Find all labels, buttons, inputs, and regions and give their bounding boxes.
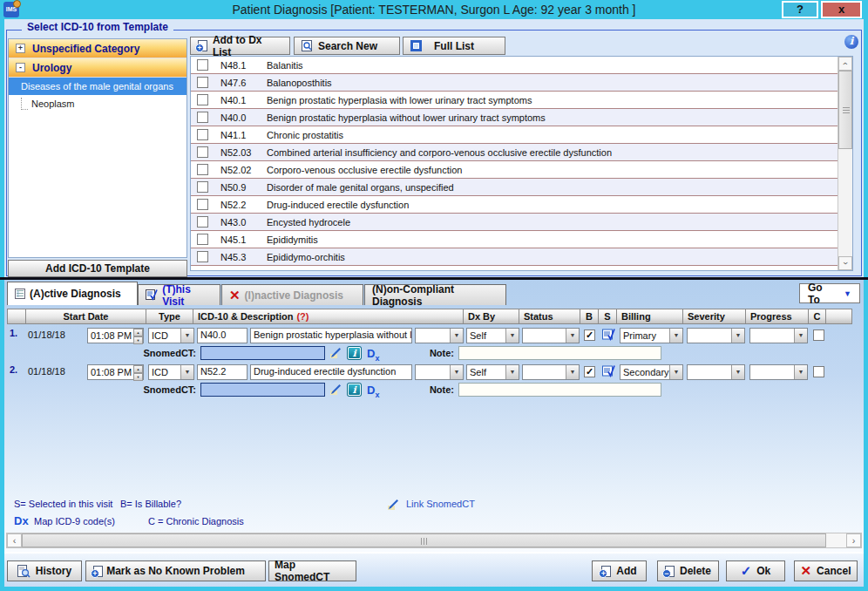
billing-select[interactable]: Primary▼ [620,328,683,343]
selected-form-icon[interactable] [602,328,615,341]
icd-checkbox[interactable] [197,251,208,262]
billable-checkbox[interactable] [584,329,595,341]
selected-form-icon[interactable] [602,364,615,377]
close-button[interactable]: x [821,1,862,18]
scroll-right-icon[interactable]: › [846,533,861,547]
dx-by-select[interactable]: Self▼ [466,328,519,343]
list-vertical-scrollbar[interactable]: › › [837,57,852,270]
icd-description-input[interactable]: Drug-induced erectile dysfunction [250,364,412,380]
expand-plus-icon[interactable]: + [16,44,25,53]
scrollbar-thumb[interactable] [22,533,826,547]
icd-sub-select[interactable]: ▼ [415,364,464,380]
col-billable[interactable]: B [580,309,599,324]
tab-inactive-diagnosis[interactable]: ✕ (I)nactive Diagnosis [221,284,363,305]
status-select[interactable]: ▼ [522,364,580,380]
icd-list-row[interactable]: N50.9Disorder of male genital organs, un… [191,179,837,196]
progress-select[interactable]: ▼ [749,328,808,343]
link-pencil-icon[interactable] [330,384,342,395]
col-dx-by[interactable]: Dx By [464,309,519,324]
snomed-info-icon[interactable]: i [348,384,361,396]
type-select[interactable]: ICD▼ [148,364,194,380]
help-button[interactable]: ? [782,1,818,18]
col-type[interactable]: Type [146,309,193,324]
start-date-value[interactable]: 01/18/18 [28,366,65,377]
col-selected[interactable]: S [599,309,617,324]
time-spinner[interactable]: 01:08 PM ▲▼ [87,328,144,343]
cancel-button[interactable]: ✕ Cancel [794,560,858,581]
tree-item-male-genital-organs[interactable]: Diseases of the male genital organs [9,78,186,95]
icd-list-row[interactable]: N52.03Combined arterial insufficiency an… [191,144,837,161]
icd-code-input[interactable]: N40.0 [197,328,248,343]
progress-select[interactable]: ▼ [749,364,808,380]
tree-category-unspecified[interactable]: + Unspecified Category [9,39,186,58]
scroll-left-icon[interactable]: ‹ [7,533,22,547]
col-chronic[interactable]: C [809,309,826,324]
horizontal-scrollbar[interactable]: ‹ › [6,533,862,548]
spinner-arrows-icon[interactable]: ▲▼ [133,329,143,343]
billable-checkbox[interactable] [584,366,595,377]
icd-list-row[interactable]: N52.2Drug-induced erectile dysfunction [191,196,837,214]
mark-no-known-problem-button[interactable]: + Mark as No Known Problem [85,560,266,581]
map-icd9-dx-icon[interactable]: Dx [367,347,379,363]
full-list-button[interactable]: Full List [403,37,505,55]
tab-this-visit[interactable]: (T)his Visit [138,284,220,305]
col-start-date[interactable]: Start Date [26,309,146,324]
severity-select[interactable]: ▼ [687,364,745,380]
tab-active-diagnosis[interactable]: (A)ctive Diagnosis [7,282,138,305]
icd-checkbox[interactable] [197,234,208,245]
icd-checkbox[interactable] [197,94,208,105]
col-billing[interactable]: Billing [617,309,683,324]
status-select[interactable]: ▼ [522,328,580,343]
collapse-minus-icon[interactable]: - [16,63,25,72]
icd-checkbox[interactable] [197,164,208,175]
icd-checkbox[interactable] [197,146,208,158]
link-pencil-icon[interactable] [330,348,342,358]
icd-sub-select[interactable]: ▼ [415,328,464,343]
icd-checkbox[interactable] [197,59,208,71]
add-icd10-template-button[interactable]: Add ICD-10 Template [8,260,187,277]
col-progress[interactable]: Progress [746,309,809,324]
icd-checkbox[interactable] [197,181,208,193]
history-button[interactable]: History [7,560,82,581]
tree-category-urology[interactable]: - Urology [9,58,186,78]
icd-description-input[interactable]: Benign prostatic hyperplasia without low… [250,328,412,343]
add-to-dx-list-button[interactable]: + Add to Dx List [190,37,290,55]
time-spinner[interactable]: 01:08 PM ▲▼ [87,364,144,380]
map-icd9-dx-icon[interactable]: Dx [367,384,379,399]
scrollbar-thumb[interactable] [838,71,852,149]
icd-code-input[interactable]: N52.2 [197,364,248,380]
icd-list-row[interactable]: N52.02Corporo-venous occlusive erectile … [191,161,837,179]
billing-select[interactable]: Secondary▼ [620,364,683,380]
info-icon[interactable]: i [844,35,858,49]
dx-by-select[interactable]: Self▼ [466,364,519,380]
map-snomedct-button[interactable]: Map SnomedCT [268,560,356,581]
scroll-down-icon[interactable]: › [838,256,852,270]
icd-list-row[interactable]: N41.1Chronic prostatitis [191,126,837,144]
type-select[interactable]: ICD▼ [148,328,194,343]
spinner-arrows-icon[interactable]: ▲▼ [133,365,143,379]
note-input[interactable] [458,346,661,360]
note-input[interactable] [458,383,661,397]
icd-checkbox[interactable] [197,77,208,88]
start-date-value[interactable]: 01/18/18 [28,329,65,340]
search-new-button[interactable]: Search New [294,37,400,55]
severity-select[interactable]: ▼ [687,328,745,343]
chronic-checkbox[interactable] [813,366,824,377]
col-status[interactable]: Status [519,309,580,324]
icd-list-row[interactable]: N47.6Balanoposthitis [191,74,837,92]
chronic-checkbox[interactable] [813,329,824,341]
col-icd-description[interactable]: ICD-10 & Description(?) [193,309,464,324]
icd-checkbox[interactable] [197,112,208,123]
icd-list-row[interactable]: N40.0Benign prostatic hyperplasia withou… [191,109,837,126]
icd-checkbox[interactable] [197,199,208,210]
scroll-up-icon[interactable]: › [838,57,852,71]
icd-list-row[interactable]: N43.0Encysted hydrocele [191,214,837,231]
snomedct-input[interactable] [200,346,325,360]
tree-item-neoplasm[interactable]: Neoplasm [9,95,186,112]
delete-button[interactable]: − Delete [657,560,719,581]
snomedct-input[interactable] [200,383,325,397]
icd-list-row[interactable]: N45.1Epididymitis [191,231,837,248]
help-question-mark[interactable]: (?) [296,311,309,322]
icd-list-row[interactable]: N48.1Balanitis [191,57,837,74]
icd-checkbox[interactable] [197,216,208,228]
